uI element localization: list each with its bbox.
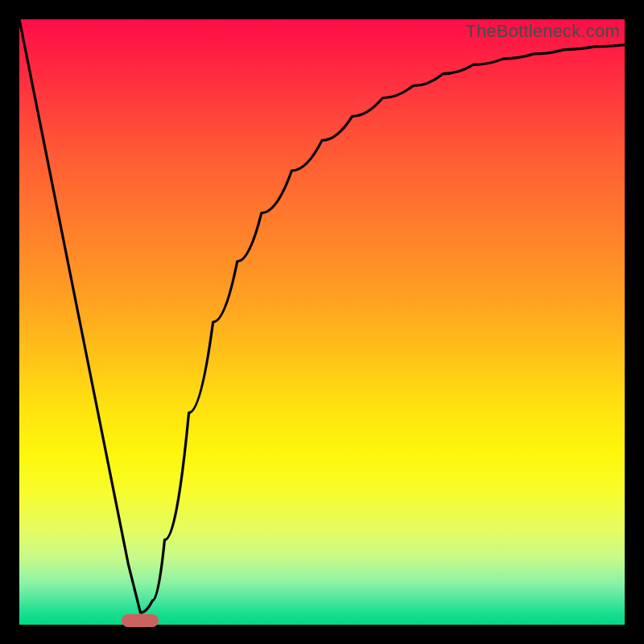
optimal-point-marker	[122, 614, 159, 627]
chart-frame: TheBottleneck.com	[0, 0, 644, 644]
plot-area: TheBottleneck.com	[19, 19, 625, 625]
bottleneck-curve	[19, 19, 625, 625]
